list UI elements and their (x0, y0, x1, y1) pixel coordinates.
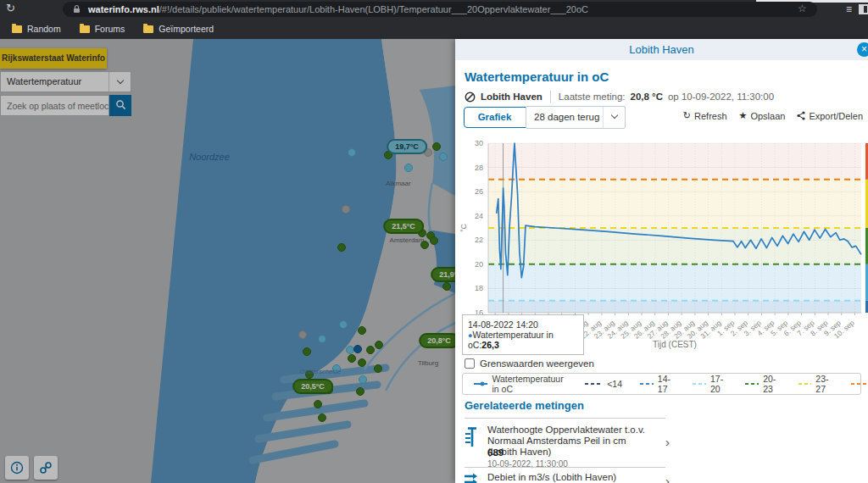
address-bar[interactable]: waterinfo.rws.nl/#!/details/publiek/wate… (63, 2, 817, 17)
svg-text:18: 18 (475, 284, 483, 292)
folder-icon (80, 25, 90, 33)
svg-text:Tijd (CEST): Tijd (CEST) (653, 340, 697, 349)
station-name: Lobith Haven (481, 92, 542, 102)
location-icon (465, 92, 476, 103)
tooltip-time: 14-08-2022 14:20 (468, 319, 578, 330)
svg-text:30: 30 (475, 139, 483, 147)
related-item-waterhoogte[interactable]: Waterhoogte Oppervlaktewater t.o.v. Norm… (464, 425, 676, 464)
save-button[interactable]: ★Opslaan (739, 110, 786, 121)
panel-header: Lobith Haven × (455, 39, 868, 60)
bookmark-folder[interactable]: Geïmporteerd (143, 24, 214, 34)
panel-station-title: Lobith Haven (629, 43, 694, 56)
bookmark-label: Geïmporteerd (159, 24, 214, 34)
last-measurement-time: op 10-09-2022, 11:30:00 (668, 92, 774, 102)
legend-item: 23-27 (798, 374, 833, 394)
bookmark-label: Random (27, 24, 61, 34)
bookmark-label: Forums (95, 24, 125, 34)
legend-item: 20-23 (744, 374, 780, 394)
export-share-button[interactable]: Export/Delen (797, 111, 863, 121)
star-icon: ★ (739, 110, 748, 121)
close-icon[interactable]: × (857, 42, 868, 57)
svg-text:°C: °C (459, 223, 468, 232)
related-item-name: Waterhoogte Oppervlaktewater t.o.v. Norm… (487, 425, 657, 458)
reading-list-icon[interactable]: ≡ (846, 3, 851, 15)
tooltip-value: 26,3 (481, 340, 498, 350)
measurement-meta: Lobith Haven Laatste meting: 20,8 °C op … (465, 91, 774, 103)
chart-legend: Watertemperatuur in oC<1414-1717-2020-23… (462, 373, 861, 395)
chart-tooltip: 14-08-2022 14:20 ●Watertemperatuur in oC… (462, 314, 584, 355)
map[interactable]: NoordzeeAlkmaarAmsterdamTilburgOostersch… (0, 39, 455, 483)
legend-item: <14 (584, 379, 622, 389)
tab-grafiek[interactable]: Grafiek (465, 108, 525, 127)
refresh-label: Refresh (694, 111, 727, 121)
lock-icon (73, 4, 81, 14)
date-range-value: 28 dagen terug (534, 112, 599, 122)
page-title: Watertemperatuur in oC (465, 69, 609, 84)
legend-item: 14-17 (639, 374, 675, 394)
bookmark-star-icon[interactable]: ☆ (798, 3, 807, 14)
chevron-right-icon: › (665, 474, 670, 483)
folder-icon (12, 25, 22, 33)
svg-text:28: 28 (475, 164, 483, 172)
map-dim-overlay (0, 39, 455, 483)
svg-text:22: 22 (475, 236, 483, 244)
water-level-icon (464, 426, 479, 448)
last-measurement-value: 20,8 °C (630, 92, 662, 102)
detail-panel: Lobith Haven × Watertemperatuur in oC Lo… (455, 39, 868, 483)
browser-toolbar: ↻ waterinfo.rws.nl/#!/details/publiek/wa… (0, 0, 868, 19)
refresh-button[interactable]: ↻Refresh (683, 110, 727, 121)
grenswaarden-label: Grenswaarden weergeven (480, 358, 594, 369)
legend-item: Watertemperatuur in oC (473, 374, 567, 394)
related-item-value: 689 (487, 447, 504, 458)
refresh-icon: ↻ (683, 110, 691, 121)
related-item-debiet[interactable]: Debiet in m3/s (Lobith Haven) 09-08-2022… (464, 472, 676, 483)
last-measurement-label: Laatste meting: (559, 92, 626, 102)
url-domain: waterinfo.rws.nl (88, 4, 159, 14)
grenswaarden-checkbox[interactable] (465, 358, 475, 369)
date-range-select[interactable]: 28 dagen terug (526, 106, 626, 129)
svg-text:26: 26 (475, 187, 483, 196)
export-label: Export/Delen (809, 111, 863, 121)
bookmark-folder[interactable]: Random (12, 24, 61, 34)
flow-icon (464, 472, 479, 483)
chevron-down-icon (603, 107, 625, 128)
svg-text:20: 20 (475, 260, 483, 269)
related-item-name: Debiet in m3/s (Lobith Haven) (487, 472, 657, 483)
legend-item: 17-20 (692, 374, 727, 394)
bookmarks-bar: Random Forums Geïmporteerd (0, 19, 868, 39)
related-heading: Gerelateerde metingen (465, 399, 584, 412)
share-icon (797, 111, 805, 120)
save-label: Opslaan (750, 111, 785, 121)
reload-icon[interactable]: ↻ (6, 2, 15, 14)
url-path: /#!/details/publiek/watertemperatuur/Lob… (159, 4, 588, 14)
bookmark-folder[interactable]: Forums (80, 24, 125, 34)
side-panel-icon[interactable] (859, 4, 868, 14)
legend-item: >27 (850, 379, 868, 389)
svg-text:24: 24 (475, 212, 483, 220)
folder-icon (143, 25, 153, 33)
chevron-right-icon: › (665, 435, 670, 449)
